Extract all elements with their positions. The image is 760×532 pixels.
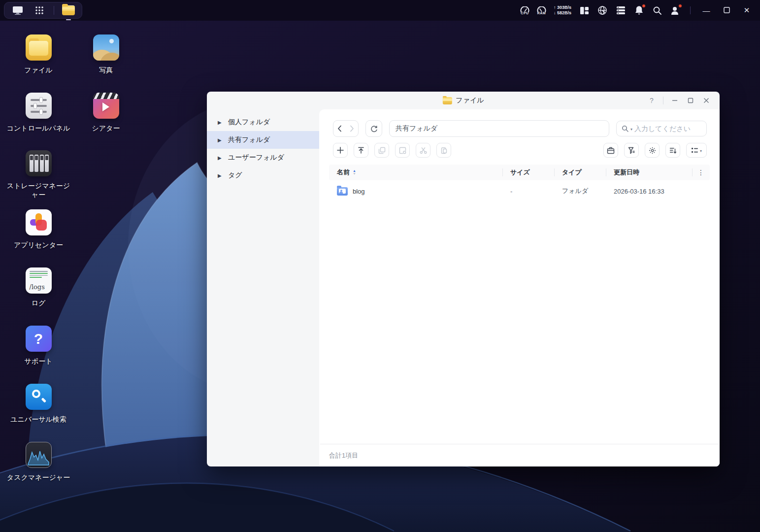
view-mode-button[interactable]: ▾ xyxy=(686,143,707,158)
search-tray-icon[interactable] xyxy=(652,5,662,16)
server-status-icon[interactable] xyxy=(615,5,626,16)
desktop-icon-task-manager[interactable]: タスクマネージャー xyxy=(4,442,73,482)
sidebar-item-user-folder[interactable]: ▶ ユーザーフォルダ xyxy=(207,149,319,166)
desktop-icon-label: 写真 xyxy=(99,66,113,74)
desktop-icon-label: コントロールパネル xyxy=(7,124,70,133)
sort-icon xyxy=(669,147,677,154)
photos-app-icon xyxy=(93,34,119,61)
expand-caret-icon[interactable]: ▶ xyxy=(218,120,222,125)
expand-caret-icon[interactable]: ▶ xyxy=(218,155,222,161)
column-header-type[interactable]: タイプ xyxy=(554,165,606,180)
forward-button[interactable] xyxy=(346,121,358,136)
task-manager-app-icon xyxy=(26,442,52,468)
notifications-bell-icon[interactable] xyxy=(633,5,644,16)
desktop-icon-theater[interactable]: シアター xyxy=(71,93,140,133)
settings-button[interactable] xyxy=(645,143,660,158)
window-sidebar: ▶ 個人フォルダ ▶ 共有フォルダ ▶ ユーザーフォルダ ▶ タグ xyxy=(207,109,319,466)
desktop-icon-universal-search[interactable]: ユニバーサル検索 xyxy=(4,384,73,424)
network-speed: ↑ 303B/s ↓ 582B/s xyxy=(554,5,571,16)
table-row[interactable]: blog - フォルダ 2026-03-16 16:33 xyxy=(329,180,710,202)
ram-gauge-icon[interactable]: RAM xyxy=(537,6,546,15)
desktop-minimize-button[interactable]: — xyxy=(700,6,713,15)
taskbar-separator xyxy=(54,6,54,15)
window-title-folder-icon xyxy=(442,97,452,104)
gear-icon xyxy=(649,147,656,154)
total-items-label: 合計1項目 xyxy=(329,451,358,460)
widget-panel-icon[interactable] xyxy=(579,5,590,16)
user-account-icon[interactable] xyxy=(670,5,681,16)
view-mode-caret-icon: ▾ xyxy=(700,149,702,153)
column-header-name[interactable]: 名前 ▲▼ xyxy=(329,165,502,180)
taskbar-launcher xyxy=(4,2,82,19)
filter-button[interactable] xyxy=(624,143,639,158)
cut-button[interactable] xyxy=(416,143,430,158)
desktop-icon-storage-manager[interactable]: ストレージマネージャー xyxy=(4,150,73,199)
sidebar-item-shared-folder[interactable]: ▶ 共有フォルダ xyxy=(207,131,319,149)
show-desktop-icon[interactable] xyxy=(10,3,25,18)
desktop-icon-label: アプリセンター xyxy=(14,240,63,249)
desktop-maximize-button[interactable] xyxy=(720,6,733,15)
desktop-icon-support[interactable]: ? サポート xyxy=(4,326,73,366)
search-box[interactable]: ▾ xyxy=(616,121,707,136)
tray-separator xyxy=(690,6,691,14)
sidebar-item-tags[interactable]: ▶ タグ xyxy=(207,166,319,184)
app-center-app-icon xyxy=(26,209,52,235)
move-button[interactable] xyxy=(395,143,410,158)
desktop-icon-label: タスクマネージャー xyxy=(7,473,70,482)
help-button[interactable]: ? xyxy=(645,94,658,107)
notification-badge xyxy=(642,4,646,8)
paste-button[interactable] xyxy=(436,143,451,158)
theater-app-icon xyxy=(93,93,119,119)
window-title: ファイル xyxy=(456,96,484,105)
briefcase-icon xyxy=(607,147,615,154)
file-table: 名前 ▲▼ サイズ タイプ 更新日時 ⋮ xyxy=(329,165,710,444)
toolbox-button[interactable] xyxy=(603,143,618,158)
network-globe-icon[interactable] xyxy=(597,5,608,16)
desktop-icon-label: ログ xyxy=(32,299,46,307)
copy-button[interactable] xyxy=(374,143,389,158)
filter-icon xyxy=(628,147,635,154)
window-titlebar[interactable]: ファイル ? xyxy=(207,92,720,109)
maximize-button[interactable] xyxy=(684,94,697,107)
desktop-icon-logs[interactable]: /logs ログ xyxy=(4,267,73,307)
column-header-modified[interactable]: 更新日時 xyxy=(606,165,692,180)
search-scope-caret-icon[interactable]: ▾ xyxy=(630,127,632,132)
sidebar-item-personal-folder[interactable]: ▶ 個人フォルダ xyxy=(207,113,319,131)
refresh-button[interactable] xyxy=(365,120,382,137)
desktop-icon-photos[interactable]: 写真 xyxy=(71,34,140,74)
upload-button[interactable] xyxy=(354,143,368,158)
cpu-gauge-icon[interactable]: CPU xyxy=(520,6,529,15)
column-header-size[interactable]: サイズ xyxy=(502,165,554,180)
status-bar: 合計1項目 xyxy=(320,444,719,466)
history-nav xyxy=(333,120,359,137)
desktop-icon-control-panel[interactable]: コントロールパネル xyxy=(4,93,73,133)
upload-icon xyxy=(358,147,364,154)
logs-icon-text: /logs xyxy=(26,283,52,294)
taskbar-files-app-icon[interactable] xyxy=(61,3,76,18)
create-button[interactable] xyxy=(333,143,348,158)
control-panel-app-icon xyxy=(26,93,52,119)
clipboard-icon xyxy=(440,147,448,154)
close-button[interactable] xyxy=(700,94,713,107)
running-indicator xyxy=(66,19,71,20)
file-size: - xyxy=(502,188,554,195)
desktop-icon-app-center[interactable]: アプリセンター xyxy=(4,209,73,249)
files-window: ファイル ? ▶ 個人フォルダ xyxy=(207,92,720,466)
app-grid-icon[interactable] xyxy=(32,3,47,18)
minimize-button[interactable] xyxy=(668,94,681,107)
ram-label: RAM xyxy=(537,11,546,15)
search-input[interactable] xyxy=(634,125,694,133)
desktop-icon-label: サポート xyxy=(25,357,53,366)
column-options-button[interactable]: ⋮ xyxy=(692,165,710,180)
sort-button[interactable] xyxy=(665,143,680,158)
copy-icon xyxy=(378,147,386,154)
expand-caret-icon[interactable]: ▶ xyxy=(218,137,222,143)
back-button[interactable] xyxy=(333,121,346,136)
expand-caret-icon[interactable]: ▶ xyxy=(218,173,222,178)
desktop-icon-files[interactable]: ファイル xyxy=(4,34,73,74)
desktop-icon-label: ファイル xyxy=(24,66,52,74)
file-modified: 2026-03-16 16:33 xyxy=(606,188,692,195)
user-badge xyxy=(678,4,682,8)
path-input[interactable] xyxy=(389,120,609,137)
desktop-close-button[interactable]: ✕ xyxy=(740,6,753,15)
